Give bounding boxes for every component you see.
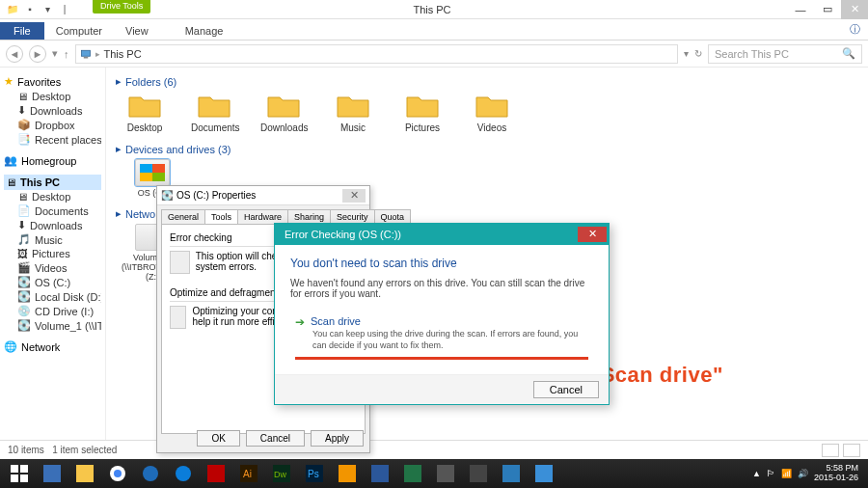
- pc-icon: 🖥: [6, 176, 16, 188]
- svg-rect-12: [207, 465, 225, 482]
- arrow-right-icon: ➔: [295, 315, 305, 329]
- sidebar-item-downloads[interactable]: ⬇Downloads: [4, 103, 101, 118]
- qat-new-folder-icon[interactable]: ▾: [41, 3, 54, 16]
- sidebar-item[interactable]: 📄Documents: [4, 203, 101, 218]
- error-checking-title: Error Checking (OS (C:)): [285, 229, 401, 240]
- navigation-bar: ◄ ► ▾ ↑ ▸ This PC ▾ ↻ Search This PC 🔍: [0, 41, 868, 68]
- taskbar-excel-icon[interactable]: [397, 461, 428, 486]
- qat-properties-icon[interactable]: ▪: [23, 3, 37, 16]
- sidebar-homegroup[interactable]: 👥Homegroup: [4, 152, 101, 169]
- section-folders[interactable]: ▸ Folders (6): [116, 75, 858, 88]
- sidebar-network[interactable]: 🌐Network: [4, 339, 101, 355]
- error-checking-close-button[interactable]: ✕: [578, 227, 607, 242]
- sidebar-item-dropbox[interactable]: 📦Dropbox: [4, 118, 101, 132]
- check-drive-icon: [170, 251, 190, 274]
- error-checking-dialog: Error Checking (OS (C:)) ✕ You don't nee…: [274, 223, 610, 405]
- taskbar-ie2-icon[interactable]: [135, 461, 166, 486]
- sidebar-item-recent[interactable]: 📑Recent places: [4, 132, 101, 147]
- sidebar-item[interactable]: 💽Local Disk (D:): [4, 289, 101, 304]
- view-icons-button[interactable]: [843, 444, 860, 457]
- section-drives[interactable]: ▸ Devices and drives (3): [116, 143, 858, 155]
- tab-sharing[interactable]: Sharing: [287, 209, 331, 224]
- taskbar-chrome-icon[interactable]: [102, 461, 133, 486]
- search-icon: 🔍: [842, 47, 855, 60]
- sidebar-item[interactable]: 💿CD Drive (I:): [4, 304, 101, 318]
- svg-text:Ai: Ai: [243, 469, 252, 479]
- tray-flag-icon[interactable]: 🏳: [767, 469, 775, 478]
- svg-rect-2: [11, 465, 18, 473]
- minimize-button[interactable]: —: [787, 0, 814, 19]
- tray-clock[interactable]: 5:58 PM 2015-01-26: [814, 464, 858, 483]
- tab-hardware[interactable]: Hardware: [237, 209, 288, 224]
- svg-text:Dw: Dw: [274, 470, 286, 479]
- nav-recent-dropdown[interactable]: ▾: [52, 47, 58, 60]
- sidebar-item[interactable]: 🎵Music: [4, 232, 101, 247]
- tab-general[interactable]: General: [161, 209, 205, 224]
- taskbar-ps-icon[interactable]: Ps: [299, 461, 330, 486]
- properties-ok-button[interactable]: OK: [197, 430, 239, 447]
- address-dropdown[interactable]: ▾: [684, 48, 689, 59]
- breadcrumb-root[interactable]: This PC: [104, 48, 142, 60]
- nav-up-button[interactable]: ↑: [64, 48, 69, 60]
- sidebar-item[interactable]: 💽Volume_1 (\\ITBROT: [4, 318, 101, 333]
- taskbar-app4-icon[interactable]: [496, 461, 527, 486]
- folder-documents[interactable]: Documents: [191, 92, 237, 133]
- ribbon-tabs: File Computer View Manage ⓘ: [0, 19, 868, 41]
- sidebar-item[interactable]: 🎬Videos: [4, 260, 101, 275]
- properties-tabs: General Tools Hardware Sharing Security …: [157, 205, 369, 224]
- taskbar-ie-icon[interactable]: [37, 461, 68, 486]
- svg-rect-19: [339, 465, 356, 482]
- tab-security[interactable]: Security: [330, 209, 375, 224]
- ribbon-file[interactable]: File: [0, 22, 44, 40]
- taskbar-app3-icon[interactable]: [463, 461, 494, 486]
- taskbar-filezilla-icon[interactable]: [201, 461, 231, 486]
- maximize-button[interactable]: ▭: [814, 0, 841, 19]
- taskbar-app2-icon[interactable]: [430, 461, 461, 486]
- tray-volume-icon[interactable]: 🔊: [798, 469, 808, 478]
- properties-apply-button[interactable]: Apply: [311, 430, 364, 447]
- taskbar-dw-icon[interactable]: Dw: [266, 461, 297, 486]
- system-tray[interactable]: ▲ 🏳 📶 🔊 5:58 PM 2015-01-26: [752, 464, 864, 483]
- taskbar-outlook-icon[interactable]: [332, 461, 363, 486]
- ribbon-tab-manage[interactable]: Manage: [174, 22, 235, 40]
- sidebar-item[interactable]: 🖥Desktop: [4, 190, 101, 203]
- address-bar[interactable]: ▸ This PC: [75, 44, 679, 64]
- breadcrumb-sep-icon: ▸: [95, 49, 100, 59]
- tab-quota[interactable]: Quota: [374, 209, 412, 224]
- nav-forward-button[interactable]: ►: [29, 45, 46, 63]
- taskbar-ai-icon[interactable]: Ai: [233, 461, 264, 486]
- folder-desktop[interactable]: Desktop: [122, 92, 168, 133]
- sidebar-item[interactable]: 💽OS (C:): [4, 275, 101, 289]
- sidebar-this-pc[interactable]: 🖥This PC: [4, 175, 101, 190]
- folder-downloads[interactable]: Downloads: [260, 92, 307, 133]
- folder-pictures[interactable]: Pictures: [399, 92, 446, 133]
- sidebar-favorites[interactable]: ★Favorites: [4, 73, 101, 90]
- sidebar-item-desktop[interactable]: 🖥Desktop: [4, 90, 101, 103]
- tab-tools[interactable]: Tools: [204, 209, 238, 224]
- refresh-button[interactable]: ↻: [694, 48, 702, 59]
- close-button[interactable]: ✕: [841, 0, 868, 19]
- search-input[interactable]: Search This PC 🔍: [708, 44, 862, 64]
- sidebar-item[interactable]: ⬇Downloads: [4, 218, 101, 232]
- nav-back-button[interactable]: ◄: [6, 45, 23, 63]
- svg-rect-24: [502, 465, 520, 482]
- scan-drive-option[interactable]: ➔Scan drive You can keep using the drive…: [290, 311, 593, 366]
- error-checking-cancel-button[interactable]: Cancel: [533, 381, 599, 398]
- properties-close-button[interactable]: ✕: [342, 189, 366, 203]
- start-button[interactable]: [4, 461, 35, 486]
- taskbar-app-icon[interactable]: [168, 461, 199, 486]
- sidebar-item[interactable]: 🖼Pictures: [4, 247, 101, 260]
- taskbar-word-icon[interactable]: [365, 461, 395, 486]
- ribbon-expand-icon[interactable]: ⓘ: [842, 19, 868, 40]
- taskbar-explorer-icon[interactable]: [69, 461, 100, 486]
- ribbon-tab-computer[interactable]: Computer: [44, 22, 114, 40]
- properties-cancel-button[interactable]: Cancel: [246, 430, 305, 447]
- folder-music[interactable]: Music: [330, 92, 376, 133]
- ribbon-tab-view[interactable]: View: [114, 22, 160, 40]
- tray-network-icon[interactable]: 📶: [781, 469, 792, 478]
- tray-up-icon[interactable]: ▲: [752, 469, 761, 478]
- taskbar-app5-icon[interactable]: [529, 461, 559, 486]
- svg-rect-0: [81, 50, 90, 56]
- view-details-button[interactable]: [822, 444, 839, 457]
- folder-videos[interactable]: Videos: [469, 92, 515, 133]
